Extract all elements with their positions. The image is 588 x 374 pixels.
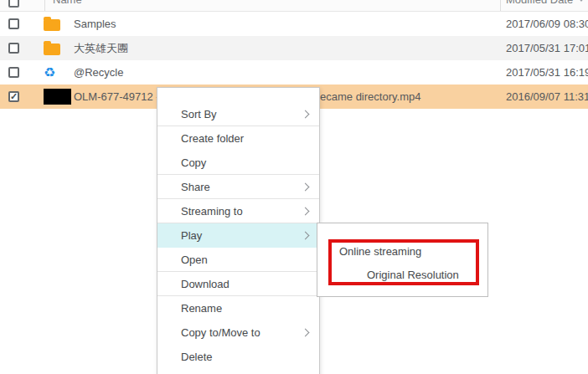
menu-item-label: Open — [181, 254, 208, 266]
menu-item-label: Play — [181, 229, 202, 242]
row-checkbox[interactable] — [8, 43, 19, 54]
menu-item-copy-to-move-to[interactable]: Copy to/Move to — [157, 320, 319, 345]
sort-desc-icon — [578, 0, 585, 2]
list-header: Name Modified Date — [0, 0, 588, 12]
menu-item-rename[interactable]: Rename — [157, 296, 319, 320]
file-icon-slot — [44, 15, 72, 33]
menu-item-label: Rename — [181, 302, 222, 315]
file-row[interactable]: ♻ @Recycle 2017/05/31 16:19: — [0, 60, 588, 85]
submenu-item-label: Original Resolution — [367, 269, 459, 281]
menu-item-label: Download — [181, 278, 230, 290]
row-checkbox[interactable] — [8, 67, 19, 78]
row-checkbox[interactable]: ✓ — [8, 91, 19, 102]
context-menu: Sort By Create folder Copy Share Streami… — [157, 87, 320, 374]
submenu-item-label: Online streaming — [339, 245, 421, 258]
menu-item-sort-by[interactable]: Sort By — [157, 102, 319, 126]
menu-item-label: Share — [181, 181, 210, 193]
file-row[interactable]: 大英雄天團 2017/05/31 17:01: — [0, 36, 588, 60]
menu-item-play[interactable]: Play — [157, 223, 319, 248]
submenu-arrow-icon — [302, 110, 310, 119]
menu-item-label: Copy to/Move to — [181, 326, 260, 339]
menu-item-delete[interactable]: Delete — [157, 345, 319, 369]
file-modified-date: 2017/05/31 16:19: — [506, 60, 588, 85]
column-divider — [500, 0, 501, 11]
file-name: OLM-677-49712 - F — [74, 85, 169, 109]
menu-item-open[interactable]: Open — [157, 248, 319, 272]
column-header-name[interactable]: Name — [53, 0, 82, 6]
video-thumbnail-icon — [44, 89, 71, 105]
menu-item-download[interactable]: Download — [157, 272, 319, 296]
file-row[interactable]: Samples 2017/06/09 08:30: — [0, 12, 588, 36]
file-modified-date: 2017/06/09 08:30: — [506, 12, 588, 36]
file-modified-date: 2016/09/07 11:31: — [506, 85, 588, 109]
column-divider — [44, 0, 45, 11]
menu-item-streaming-to[interactable]: Streaming to — [157, 199, 319, 223]
folder-icon — [44, 44, 60, 55]
file-name: @Recycle — [74, 60, 123, 85]
file-modified-date: 2017/05/31 17:01: — [506, 36, 588, 60]
menu-item-label: Copy — [181, 156, 206, 169]
folder-icon — [44, 19, 60, 31]
menu-item-label: Streaming to — [181, 205, 243, 218]
submenu-arrow-icon — [302, 329, 310, 337]
file-icon-slot — [44, 39, 72, 57]
select-all-checkbox[interactable] — [8, 0, 19, 8]
submenu-item-online-streaming[interactable]: Online streaming — [317, 240, 487, 264]
menu-item-copy[interactable]: Copy — [157, 151, 319, 175]
menu-item-label: Delete — [181, 351, 213, 363]
menu-item-create-folder[interactable]: Create folder — [157, 126, 319, 151]
menu-item-label: Create folder — [181, 132, 244, 145]
submenu-arrow-icon — [302, 207, 310, 216]
file-station-screen: Name Modified Date Samples 2017/06/09 08… — [0, 0, 588, 374]
file-name: Samples — [74, 12, 116, 36]
play-submenu: Online streaming Original Resolution — [317, 223, 488, 297]
submenu-arrow-icon — [302, 183, 310, 192]
row-checkbox[interactable] — [8, 18, 19, 29]
submenu-arrow-icon — [302, 232, 310, 240]
column-header-modified-date[interactable]: Modified Date — [506, 0, 585, 6]
file-icon-slot — [44, 88, 72, 105]
submenu-item-original-resolution[interactable]: Original Resolution — [317, 264, 487, 287]
menu-item-label: Sort By — [181, 108, 217, 120]
file-name-continued: ecame directory.mp4 — [320, 85, 420, 109]
recycle-icon: ♻ — [44, 64, 72, 81]
file-icon-slot: ♻ — [44, 64, 72, 81]
file-name: 大英雄天團 — [74, 36, 128, 60]
menu-item-share[interactable]: Share — [157, 175, 319, 199]
